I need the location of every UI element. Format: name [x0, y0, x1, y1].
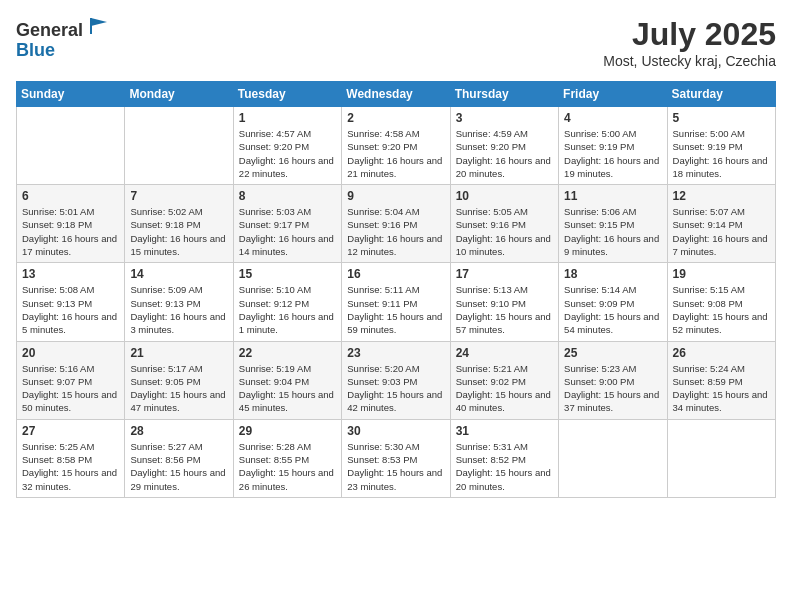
header: General Blue July 2025 Most, Ustecky kra… [16, 16, 776, 69]
title-area: July 2025 Most, Ustecky kraj, Czechia [603, 16, 776, 69]
calendar-body: 1 Sunrise: 4:57 AMSunset: 9:20 PMDayligh… [17, 107, 776, 498]
calendar-cell: 20 Sunrise: 5:16 AMSunset: 9:07 PMDaylig… [17, 341, 125, 419]
day-info: Sunrise: 5:21 AMSunset: 9:02 PMDaylight:… [456, 362, 553, 415]
day-info: Sunrise: 5:24 AMSunset: 8:59 PMDaylight:… [673, 362, 770, 415]
logo-general-text: General [16, 20, 83, 40]
day-number: 6 [22, 189, 119, 203]
calendar-cell [17, 107, 125, 185]
calendar-cell: 4 Sunrise: 5:00 AMSunset: 9:19 PMDayligh… [559, 107, 667, 185]
calendar-cell: 3 Sunrise: 4:59 AMSunset: 9:20 PMDayligh… [450, 107, 558, 185]
day-info: Sunrise: 4:58 AMSunset: 9:20 PMDaylight:… [347, 127, 444, 180]
day-info: Sunrise: 5:09 AMSunset: 9:13 PMDaylight:… [130, 283, 227, 336]
calendar-week-row: 6 Sunrise: 5:01 AMSunset: 9:18 PMDayligh… [17, 185, 776, 263]
weekday-header-cell: Thursday [450, 82, 558, 107]
calendar-cell: 6 Sunrise: 5:01 AMSunset: 9:18 PMDayligh… [17, 185, 125, 263]
day-info: Sunrise: 5:11 AMSunset: 9:11 PMDaylight:… [347, 283, 444, 336]
day-info: Sunrise: 4:57 AMSunset: 9:20 PMDaylight:… [239, 127, 336, 180]
day-info: Sunrise: 5:04 AMSunset: 9:16 PMDaylight:… [347, 205, 444, 258]
calendar-cell: 14 Sunrise: 5:09 AMSunset: 9:13 PMDaylig… [125, 263, 233, 341]
day-number: 9 [347, 189, 444, 203]
day-number: 27 [22, 424, 119, 438]
day-number: 31 [456, 424, 553, 438]
calendar-cell: 12 Sunrise: 5:07 AMSunset: 9:14 PMDaylig… [667, 185, 775, 263]
day-info: Sunrise: 5:03 AMSunset: 9:17 PMDaylight:… [239, 205, 336, 258]
day-info: Sunrise: 5:10 AMSunset: 9:12 PMDaylight:… [239, 283, 336, 336]
logo: General Blue [16, 16, 109, 61]
weekday-header-cell: Wednesday [342, 82, 450, 107]
calendar-cell: 9 Sunrise: 5:04 AMSunset: 9:16 PMDayligh… [342, 185, 450, 263]
calendar-cell: 30 Sunrise: 5:30 AMSunset: 8:53 PMDaylig… [342, 419, 450, 497]
calendar-cell: 2 Sunrise: 4:58 AMSunset: 9:20 PMDayligh… [342, 107, 450, 185]
calendar-cell: 29 Sunrise: 5:28 AMSunset: 8:55 PMDaylig… [233, 419, 341, 497]
month-title: July 2025 [603, 16, 776, 53]
day-info: Sunrise: 5:17 AMSunset: 9:05 PMDaylight:… [130, 362, 227, 415]
calendar-cell: 19 Sunrise: 5:15 AMSunset: 9:08 PMDaylig… [667, 263, 775, 341]
day-number: 26 [673, 346, 770, 360]
svg-marker-0 [91, 18, 107, 26]
day-info: Sunrise: 5:14 AMSunset: 9:09 PMDaylight:… [564, 283, 661, 336]
day-number: 29 [239, 424, 336, 438]
day-info: Sunrise: 5:20 AMSunset: 9:03 PMDaylight:… [347, 362, 444, 415]
day-number: 28 [130, 424, 227, 438]
weekday-header-cell: Saturday [667, 82, 775, 107]
calendar-cell: 28 Sunrise: 5:27 AMSunset: 8:56 PMDaylig… [125, 419, 233, 497]
calendar: SundayMondayTuesdayWednesdayThursdayFrid… [16, 81, 776, 498]
calendar-cell: 8 Sunrise: 5:03 AMSunset: 9:17 PMDayligh… [233, 185, 341, 263]
calendar-cell: 13 Sunrise: 5:08 AMSunset: 9:13 PMDaylig… [17, 263, 125, 341]
day-number: 13 [22, 267, 119, 281]
day-info: Sunrise: 5:28 AMSunset: 8:55 PMDaylight:… [239, 440, 336, 493]
day-number: 10 [456, 189, 553, 203]
calendar-cell: 17 Sunrise: 5:13 AMSunset: 9:10 PMDaylig… [450, 263, 558, 341]
day-info: Sunrise: 5:25 AMSunset: 8:58 PMDaylight:… [22, 440, 119, 493]
day-info: Sunrise: 5:19 AMSunset: 9:04 PMDaylight:… [239, 362, 336, 415]
day-info: Sunrise: 5:06 AMSunset: 9:15 PMDaylight:… [564, 205, 661, 258]
weekday-header-row: SundayMondayTuesdayWednesdayThursdayFrid… [17, 82, 776, 107]
day-info: Sunrise: 5:30 AMSunset: 8:53 PMDaylight:… [347, 440, 444, 493]
day-info: Sunrise: 5:00 AMSunset: 9:19 PMDaylight:… [564, 127, 661, 180]
calendar-cell: 16 Sunrise: 5:11 AMSunset: 9:11 PMDaylig… [342, 263, 450, 341]
calendar-cell: 24 Sunrise: 5:21 AMSunset: 9:02 PMDaylig… [450, 341, 558, 419]
day-number: 30 [347, 424, 444, 438]
calendar-week-row: 27 Sunrise: 5:25 AMSunset: 8:58 PMDaylig… [17, 419, 776, 497]
day-number: 8 [239, 189, 336, 203]
calendar-week-row: 20 Sunrise: 5:16 AMSunset: 9:07 PMDaylig… [17, 341, 776, 419]
location-title: Most, Ustecky kraj, Czechia [603, 53, 776, 69]
day-number: 22 [239, 346, 336, 360]
day-number: 15 [239, 267, 336, 281]
day-number: 24 [456, 346, 553, 360]
day-number: 5 [673, 111, 770, 125]
day-number: 7 [130, 189, 227, 203]
weekday-header-cell: Tuesday [233, 82, 341, 107]
day-info: Sunrise: 5:05 AMSunset: 9:16 PMDaylight:… [456, 205, 553, 258]
day-info: Sunrise: 5:16 AMSunset: 9:07 PMDaylight:… [22, 362, 119, 415]
day-number: 17 [456, 267, 553, 281]
calendar-cell: 1 Sunrise: 4:57 AMSunset: 9:20 PMDayligh… [233, 107, 341, 185]
calendar-cell [559, 419, 667, 497]
day-number: 12 [673, 189, 770, 203]
day-info: Sunrise: 5:13 AMSunset: 9:10 PMDaylight:… [456, 283, 553, 336]
calendar-cell [125, 107, 233, 185]
day-number: 18 [564, 267, 661, 281]
day-info: Sunrise: 5:08 AMSunset: 9:13 PMDaylight:… [22, 283, 119, 336]
calendar-week-row: 13 Sunrise: 5:08 AMSunset: 9:13 PMDaylig… [17, 263, 776, 341]
calendar-cell: 10 Sunrise: 5:05 AMSunset: 9:16 PMDaylig… [450, 185, 558, 263]
calendar-cell: 18 Sunrise: 5:14 AMSunset: 9:09 PMDaylig… [559, 263, 667, 341]
day-number: 25 [564, 346, 661, 360]
day-info: Sunrise: 5:31 AMSunset: 8:52 PMDaylight:… [456, 440, 553, 493]
day-info: Sunrise: 5:15 AMSunset: 9:08 PMDaylight:… [673, 283, 770, 336]
day-number: 4 [564, 111, 661, 125]
calendar-cell: 22 Sunrise: 5:19 AMSunset: 9:04 PMDaylig… [233, 341, 341, 419]
calendar-cell: 23 Sunrise: 5:20 AMSunset: 9:03 PMDaylig… [342, 341, 450, 419]
day-number: 19 [673, 267, 770, 281]
calendar-week-row: 1 Sunrise: 4:57 AMSunset: 9:20 PMDayligh… [17, 107, 776, 185]
calendar-cell: 21 Sunrise: 5:17 AMSunset: 9:05 PMDaylig… [125, 341, 233, 419]
day-info: Sunrise: 5:00 AMSunset: 9:19 PMDaylight:… [673, 127, 770, 180]
calendar-cell [667, 419, 775, 497]
day-info: Sunrise: 5:07 AMSunset: 9:14 PMDaylight:… [673, 205, 770, 258]
calendar-cell: 31 Sunrise: 5:31 AMSunset: 8:52 PMDaylig… [450, 419, 558, 497]
logo-flag-icon [89, 16, 109, 36]
day-info: Sunrise: 5:01 AMSunset: 9:18 PMDaylight:… [22, 205, 119, 258]
calendar-cell: 27 Sunrise: 5:25 AMSunset: 8:58 PMDaylig… [17, 419, 125, 497]
calendar-cell: 7 Sunrise: 5:02 AMSunset: 9:18 PMDayligh… [125, 185, 233, 263]
calendar-cell: 15 Sunrise: 5:10 AMSunset: 9:12 PMDaylig… [233, 263, 341, 341]
